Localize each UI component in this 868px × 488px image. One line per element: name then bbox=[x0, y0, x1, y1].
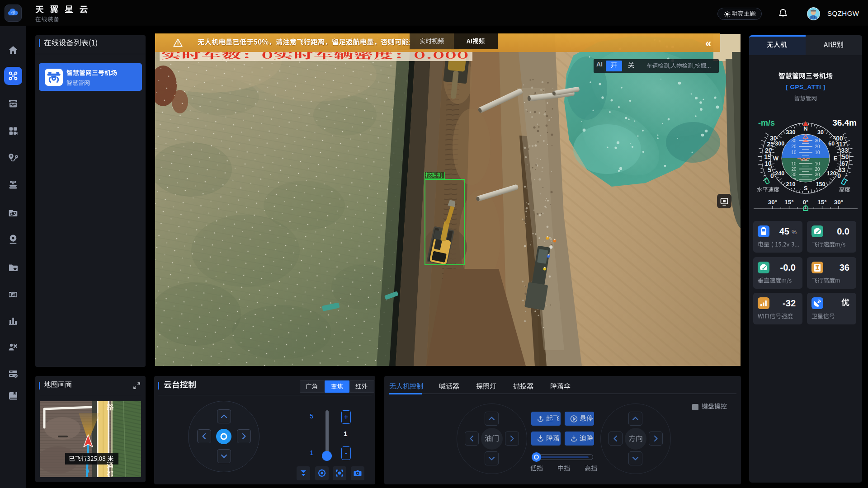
svg-text:20: 20 bbox=[815, 144, 820, 149]
svg-text:15°: 15° bbox=[817, 199, 826, 206]
svg-text:30: 30 bbox=[817, 129, 824, 136]
svg-text:240: 240 bbox=[775, 170, 784, 177]
svg-text:150: 150 bbox=[816, 181, 826, 188]
svg-text:10: 10 bbox=[791, 161, 797, 166]
svg-text:20: 20 bbox=[791, 167, 797, 172]
svg-text:30°: 30° bbox=[768, 199, 777, 206]
svg-text:5: 5 bbox=[768, 166, 771, 174]
svg-text:20: 20 bbox=[791, 144, 797, 149]
svg-text:30: 30 bbox=[815, 138, 820, 143]
svg-text:30: 30 bbox=[791, 138, 797, 143]
svg-text:60: 60 bbox=[828, 141, 835, 147]
svg-text:E: E bbox=[834, 155, 838, 162]
svg-text:-m/s: -m/s bbox=[758, 118, 775, 127]
svg-text:30°: 30° bbox=[834, 199, 843, 206]
svg-text:W: W bbox=[773, 155, 779, 162]
svg-text:210: 210 bbox=[786, 181, 796, 188]
svg-text:10: 10 bbox=[815, 161, 820, 166]
svg-text:36.4m: 36.4m bbox=[832, 118, 857, 127]
svg-text:10: 10 bbox=[815, 150, 820, 155]
svg-text:10: 10 bbox=[791, 150, 797, 155]
svg-text:30: 30 bbox=[791, 172, 797, 177]
svg-text:S: S bbox=[804, 185, 808, 192]
svg-text:20: 20 bbox=[815, 167, 820, 172]
svg-text:30: 30 bbox=[815, 172, 820, 177]
svg-text:300: 300 bbox=[775, 141, 784, 147]
svg-text:330: 330 bbox=[786, 129, 796, 136]
svg-text:120: 120 bbox=[827, 170, 836, 177]
svg-text:15°: 15° bbox=[784, 199, 793, 206]
